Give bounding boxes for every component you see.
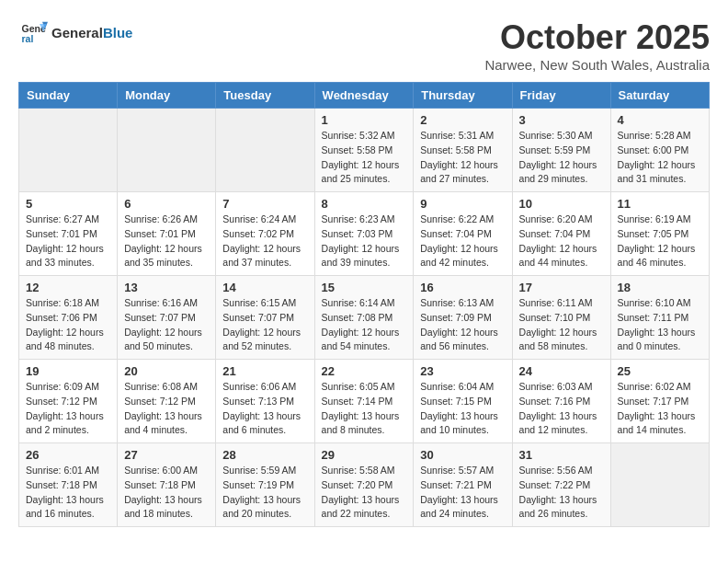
calendar-day-cell: 24Sunrise: 6:03 AM Sunset: 7:16 PM Dayli… — [512, 360, 610, 443]
day-number: 3 — [519, 113, 604, 127]
calendar-day-cell: 2Sunrise: 5:31 AM Sunset: 5:58 PM Daylig… — [414, 109, 512, 192]
day-info: Sunrise: 6:15 AM Sunset: 7:07 PM Dayligh… — [222, 296, 307, 354]
day-info: Sunrise: 6:20 AM Sunset: 7:04 PM Dayligh… — [519, 213, 604, 270]
page-header: Gene ral GeneralBlue October 2025 Narwee… — [18, 18, 710, 73]
calendar-day-cell: 22Sunrise: 6:05 AM Sunset: 7:14 PM Dayli… — [314, 360, 414, 443]
calendar-day-cell: 5Sunrise: 6:27 AM Sunset: 7:01 PM Daylig… — [19, 192, 118, 276]
day-info: Sunrise: 6:14 AM Sunset: 7:08 PM Dayligh… — [322, 296, 407, 354]
day-number: 14 — [222, 281, 307, 294]
day-info: Sunrise: 6:26 AM Sunset: 7:01 PM Dayligh… — [124, 213, 209, 270]
calendar-day-cell: 25Sunrise: 6:02 AM Sunset: 7:17 PM Dayli… — [610, 360, 709, 443]
day-number: 18 — [618, 281, 702, 294]
calendar-day-cell: 28Sunrise: 5:59 AM Sunset: 7:19 PM Dayli… — [216, 443, 314, 527]
day-number: 26 — [26, 448, 110, 462]
calendar-day-cell: 17Sunrise: 6:11 AM Sunset: 7:10 PM Dayli… — [512, 276, 610, 360]
calendar-header-row: SundayMondayTuesdayWednesdayThursdayFrid… — [19, 83, 710, 109]
day-info: Sunrise: 6:27 AM Sunset: 7:01 PM Dayligh… — [26, 213, 110, 270]
calendar-day-cell: 15Sunrise: 6:14 AM Sunset: 7:08 PM Dayli… — [314, 276, 414, 360]
day-of-week-header: Wednesday — [314, 83, 414, 109]
day-info: Sunrise: 6:08 AM Sunset: 7:12 PM Dayligh… — [124, 380, 209, 438]
calendar-week-row: 1Sunrise: 5:32 AM Sunset: 5:58 PM Daylig… — [19, 109, 710, 192]
day-number: 20 — [124, 364, 209, 378]
calendar-day-cell: 16Sunrise: 6:13 AM Sunset: 7:09 PM Dayli… — [414, 276, 512, 360]
day-of-week-header: Friday — [512, 83, 610, 109]
calendar-day-cell: 10Sunrise: 6:20 AM Sunset: 7:04 PM Dayli… — [512, 192, 610, 276]
day-of-week-header: Sunday — [19, 83, 118, 109]
day-number: 24 — [519, 364, 604, 378]
calendar-day-cell: 4Sunrise: 5:28 AM Sunset: 6:00 PM Daylig… — [610, 109, 709, 192]
day-info: Sunrise: 5:57 AM Sunset: 7:21 PM Dayligh… — [420, 464, 505, 522]
calendar-week-row: 19Sunrise: 6:09 AM Sunset: 7:12 PM Dayli… — [19, 360, 710, 443]
calendar-week-row: 5Sunrise: 6:27 AM Sunset: 7:01 PM Daylig… — [19, 192, 710, 276]
day-info: Sunrise: 5:32 AM Sunset: 5:58 PM Dayligh… — [322, 129, 407, 187]
day-number: 29 — [322, 448, 407, 462]
day-info: Sunrise: 6:22 AM Sunset: 7:04 PM Dayligh… — [420, 213, 505, 270]
day-number: 15 — [322, 281, 407, 294]
day-info: Sunrise: 5:31 AM Sunset: 5:58 PM Dayligh… — [420, 129, 505, 187]
calendar-day-cell: 11Sunrise: 6:19 AM Sunset: 7:05 PM Dayli… — [610, 192, 709, 276]
day-info: Sunrise: 5:30 AM Sunset: 5:59 PM Dayligh… — [519, 129, 604, 187]
calendar-day-cell: 26Sunrise: 6:01 AM Sunset: 7:18 PM Dayli… — [19, 443, 118, 527]
day-number: 17 — [519, 281, 604, 294]
day-info: Sunrise: 6:24 AM Sunset: 7:02 PM Dayligh… — [222, 213, 307, 270]
logo: Gene ral GeneralBlue — [18, 18, 132, 46]
day-info: Sunrise: 6:19 AM Sunset: 7:05 PM Dayligh… — [618, 213, 702, 270]
day-number: 10 — [519, 197, 604, 211]
day-info: Sunrise: 6:05 AM Sunset: 7:14 PM Dayligh… — [322, 380, 407, 438]
svg-text:ral: ral — [22, 33, 34, 44]
day-info: Sunrise: 6:03 AM Sunset: 7:16 PM Dayligh… — [519, 380, 604, 438]
day-number: 16 — [420, 281, 505, 294]
location-subtitle: Narwee, New South Wales, Australia — [484, 57, 710, 73]
day-info: Sunrise: 6:00 AM Sunset: 7:18 PM Dayligh… — [124, 464, 209, 522]
day-info: Sunrise: 6:01 AM Sunset: 7:18 PM Dayligh… — [26, 464, 110, 522]
day-number: 25 — [618, 364, 702, 378]
day-number: 5 — [26, 197, 110, 211]
calendar-body: 1Sunrise: 5:32 AM Sunset: 5:58 PM Daylig… — [19, 109, 710, 527]
day-info: Sunrise: 6:11 AM Sunset: 7:10 PM Dayligh… — [519, 296, 604, 354]
title-block: October 2025 Narwee, New South Wales, Au… — [484, 18, 710, 73]
calendar-day-cell: 3Sunrise: 5:30 AM Sunset: 5:59 PM Daylig… — [512, 109, 610, 192]
calendar-day-cell — [118, 109, 216, 192]
day-number: 4 — [618, 113, 702, 127]
day-info: Sunrise: 5:58 AM Sunset: 7:20 PM Dayligh… — [322, 464, 407, 522]
day-number: 22 — [322, 364, 407, 378]
day-number: 6 — [124, 197, 209, 211]
calendar-day-cell: 30Sunrise: 5:57 AM Sunset: 7:21 PM Dayli… — [414, 443, 512, 527]
calendar-day-cell — [19, 109, 118, 192]
day-info: Sunrise: 6:10 AM Sunset: 7:11 PM Dayligh… — [618, 296, 702, 354]
day-info: Sunrise: 6:16 AM Sunset: 7:07 PM Dayligh… — [124, 296, 209, 354]
day-info: Sunrise: 5:56 AM Sunset: 7:22 PM Dayligh… — [519, 464, 604, 522]
day-number: 23 — [420, 364, 505, 378]
day-info: Sunrise: 5:59 AM Sunset: 7:19 PM Dayligh… — [222, 464, 307, 522]
calendar-day-cell: 23Sunrise: 6:04 AM Sunset: 7:15 PM Dayli… — [414, 360, 512, 443]
calendar-day-cell: 13Sunrise: 6:16 AM Sunset: 7:07 PM Dayli… — [118, 276, 216, 360]
calendar-week-row: 26Sunrise: 6:01 AM Sunset: 7:18 PM Dayli… — [19, 443, 710, 527]
calendar-day-cell — [216, 109, 314, 192]
calendar-day-cell: 20Sunrise: 6:08 AM Sunset: 7:12 PM Dayli… — [118, 360, 216, 443]
day-number: 21 — [222, 364, 307, 378]
day-number: 13 — [124, 281, 209, 294]
calendar-day-cell: 7Sunrise: 6:24 AM Sunset: 7:02 PM Daylig… — [216, 192, 314, 276]
calendar-day-cell: 12Sunrise: 6:18 AM Sunset: 7:06 PM Dayli… — [19, 276, 118, 360]
day-info: Sunrise: 6:09 AM Sunset: 7:12 PM Dayligh… — [26, 380, 110, 438]
day-info: Sunrise: 6:18 AM Sunset: 7:06 PM Dayligh… — [26, 296, 110, 354]
calendar-day-cell: 21Sunrise: 6:06 AM Sunset: 7:13 PM Dayli… — [216, 360, 314, 443]
day-of-week-header: Saturday — [610, 83, 709, 109]
day-info: Sunrise: 5:28 AM Sunset: 6:00 PM Dayligh… — [618, 129, 702, 187]
calendar-day-cell: 14Sunrise: 6:15 AM Sunset: 7:07 PM Dayli… — [216, 276, 314, 360]
day-number: 12 — [26, 281, 110, 294]
day-number: 19 — [26, 364, 110, 378]
calendar-day-cell — [610, 443, 709, 527]
calendar-day-cell: 1Sunrise: 5:32 AM Sunset: 5:58 PM Daylig… — [314, 109, 414, 192]
calendar-day-cell: 27Sunrise: 6:00 AM Sunset: 7:18 PM Dayli… — [118, 443, 216, 527]
day-number: 2 — [420, 113, 505, 127]
day-info: Sunrise: 6:04 AM Sunset: 7:15 PM Dayligh… — [420, 380, 505, 438]
day-number: 8 — [322, 197, 407, 211]
calendar-week-row: 12Sunrise: 6:18 AM Sunset: 7:06 PM Dayli… — [19, 276, 710, 360]
day-number: 7 — [222, 197, 307, 211]
day-of-week-header: Thursday — [414, 83, 512, 109]
day-of-week-header: Tuesday — [216, 83, 314, 109]
day-number: 9 — [420, 197, 505, 211]
day-info: Sunrise: 6:23 AM Sunset: 7:03 PM Dayligh… — [322, 213, 407, 270]
calendar-table: SundayMondayTuesdayWednesdayThursdayFrid… — [18, 82, 710, 527]
